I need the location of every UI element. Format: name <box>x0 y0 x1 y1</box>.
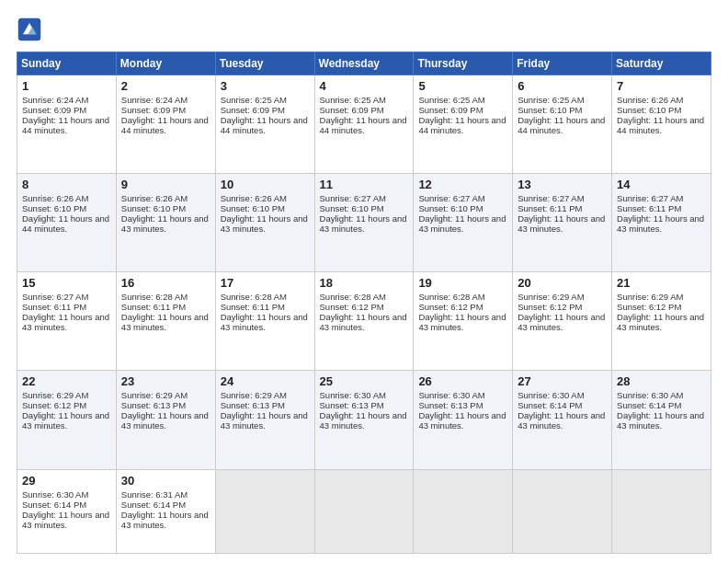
daylight-text: Daylight: 11 hours and 43 minutes. <box>418 410 507 431</box>
sunset-text: Sunset: 6:09 PM <box>320 105 409 115</box>
calendar-cell: 7Sunrise: 6:26 AMSunset: 6:10 PMDaylight… <box>612 75 711 174</box>
sunrise-text: Sunrise: 6:28 AM <box>320 292 409 302</box>
calendar-cell: 13Sunrise: 6:27 AMSunset: 6:11 PMDayligh… <box>513 174 612 272</box>
sunset-text: Sunset: 6:10 PM <box>320 203 409 213</box>
day-number: 21 <box>617 276 706 290</box>
daylight-text: Daylight: 11 hours and 43 minutes. <box>221 213 310 234</box>
daylight-text: Daylight: 11 hours and 43 minutes. <box>221 312 310 332</box>
day-number: 24 <box>221 374 310 388</box>
calendar-cell: 26Sunrise: 6:30 AMSunset: 6:13 PMDayligh… <box>414 371 513 469</box>
day-number: 29 <box>22 474 111 488</box>
sunrise-text: Sunrise: 6:25 AM <box>320 95 409 105</box>
sunset-text: Sunset: 6:12 PM <box>617 302 706 312</box>
calendar-cell: 24Sunrise: 6:29 AMSunset: 6:13 PMDayligh… <box>215 371 314 469</box>
day-number: 19 <box>418 276 507 290</box>
daylight-text: Daylight: 11 hours and 43 minutes. <box>320 410 409 431</box>
day-number: 28 <box>617 374 706 388</box>
day-number: 1 <box>22 79 111 93</box>
calendar-cell: 17Sunrise: 6:28 AMSunset: 6:11 PMDayligh… <box>215 272 314 371</box>
daylight-text: Daylight: 11 hours and 43 minutes. <box>22 312 111 332</box>
calendar-cell <box>215 469 314 554</box>
daylight-text: Daylight: 11 hours and 44 minutes. <box>22 213 111 234</box>
sunrise-text: Sunrise: 6:25 AM <box>221 95 310 105</box>
sunset-text: Sunset: 6:09 PM <box>121 105 210 115</box>
sunset-text: Sunset: 6:09 PM <box>418 105 507 115</box>
sunset-text: Sunset: 6:14 PM <box>518 400 607 410</box>
week-row-3: 15Sunrise: 6:27 AMSunset: 6:11 PMDayligh… <box>17 272 711 371</box>
sunrise-text: Sunrise: 6:28 AM <box>418 292 507 302</box>
sunset-text: Sunset: 6:10 PM <box>121 203 210 213</box>
sunrise-text: Sunrise: 6:29 AM <box>22 390 111 400</box>
sunrise-text: Sunrise: 6:24 AM <box>22 95 111 105</box>
logo-icon <box>17 17 42 42</box>
calendar-cell: 15Sunrise: 6:27 AMSunset: 6:11 PMDayligh… <box>17 272 117 371</box>
day-number: 17 <box>221 276 310 290</box>
calendar-cell: 3Sunrise: 6:25 AMSunset: 6:09 PMDaylight… <box>215 75 314 174</box>
calendar-cell: 11Sunrise: 6:27 AMSunset: 6:10 PMDayligh… <box>314 174 414 272</box>
day-number: 3 <box>221 79 310 93</box>
col-header-thursday: Thursday <box>414 52 513 75</box>
calendar-cell: 25Sunrise: 6:30 AMSunset: 6:13 PMDayligh… <box>314 371 414 469</box>
sunrise-text: Sunrise: 6:26 AM <box>617 95 706 105</box>
day-number: 4 <box>320 79 409 93</box>
col-header-tuesday: Tuesday <box>215 52 314 75</box>
sunset-text: Sunset: 6:11 PM <box>221 302 310 312</box>
day-number: 7 <box>617 79 706 93</box>
calendar-cell: 9Sunrise: 6:26 AMSunset: 6:10 PMDaylight… <box>116 174 215 272</box>
sunrise-text: Sunrise: 6:27 AM <box>418 193 507 203</box>
calendar-cell: 19Sunrise: 6:28 AMSunset: 6:12 PMDayligh… <box>414 272 513 371</box>
day-number: 12 <box>418 178 507 191</box>
calendar-cell: 30Sunrise: 6:31 AMSunset: 6:14 PMDayligh… <box>116 469 215 554</box>
sunset-text: Sunset: 6:11 PM <box>617 203 706 213</box>
calendar-cell: 14Sunrise: 6:27 AMSunset: 6:11 PMDayligh… <box>612 174 711 272</box>
day-number: 15 <box>22 276 111 290</box>
calendar-cell: 21Sunrise: 6:29 AMSunset: 6:12 PMDayligh… <box>612 272 711 371</box>
calendar-cell: 12Sunrise: 6:27 AMSunset: 6:10 PMDayligh… <box>414 174 513 272</box>
day-number: 22 <box>22 374 111 388</box>
sunset-text: Sunset: 6:14 PM <box>121 500 210 510</box>
calendar-cell: 18Sunrise: 6:28 AMSunset: 6:12 PMDayligh… <box>314 272 414 371</box>
sunrise-text: Sunrise: 6:27 AM <box>320 193 409 203</box>
sunset-text: Sunset: 6:10 PM <box>418 203 507 213</box>
calendar-cell: 28Sunrise: 6:30 AMSunset: 6:14 PMDayligh… <box>612 371 711 469</box>
daylight-text: Daylight: 11 hours and 43 minutes. <box>221 410 310 431</box>
sunrise-text: Sunrise: 6:31 AM <box>121 489 210 500</box>
day-number: 10 <box>221 178 310 191</box>
day-number: 26 <box>418 374 507 388</box>
sunset-text: Sunset: 6:10 PM <box>617 105 706 115</box>
logo <box>17 17 46 42</box>
daylight-text: Daylight: 11 hours and 44 minutes. <box>221 115 310 135</box>
sunset-text: Sunset: 6:10 PM <box>221 203 310 213</box>
sunset-text: Sunset: 6:09 PM <box>221 105 310 115</box>
sunrise-text: Sunrise: 6:29 AM <box>518 292 607 302</box>
calendar-table: SundayMondayTuesdayWednesdayThursdayFrid… <box>17 52 711 554</box>
week-row-4: 22Sunrise: 6:29 AMSunset: 6:12 PMDayligh… <box>17 371 711 469</box>
daylight-text: Daylight: 11 hours and 43 minutes. <box>121 213 210 234</box>
daylight-text: Daylight: 11 hours and 44 minutes. <box>617 115 706 135</box>
sunrise-text: Sunrise: 6:30 AM <box>22 489 111 500</box>
daylight-text: Daylight: 11 hours and 43 minutes. <box>121 510 210 530</box>
day-number: 18 <box>320 276 409 290</box>
day-number: 16 <box>121 276 210 290</box>
day-number: 2 <box>121 79 210 93</box>
calendar-header-row: SundayMondayTuesdayWednesdayThursdayFrid… <box>17 52 711 75</box>
day-number: 27 <box>518 374 607 388</box>
daylight-text: Daylight: 11 hours and 43 minutes. <box>121 410 210 431</box>
daylight-text: Daylight: 11 hours and 44 minutes. <box>320 115 409 135</box>
sunset-text: Sunset: 6:12 PM <box>518 302 607 312</box>
sunset-text: Sunset: 6:12 PM <box>320 302 409 312</box>
col-header-saturday: Saturday <box>612 52 711 75</box>
day-number: 13 <box>518 178 607 191</box>
sunset-text: Sunset: 6:13 PM <box>121 400 210 410</box>
calendar-cell <box>612 469 711 554</box>
sunrise-text: Sunrise: 6:27 AM <box>617 193 706 203</box>
daylight-text: Daylight: 11 hours and 43 minutes. <box>617 312 706 332</box>
day-number: 6 <box>518 79 607 93</box>
sunrise-text: Sunrise: 6:24 AM <box>121 95 210 105</box>
sunset-text: Sunset: 6:13 PM <box>221 400 310 410</box>
daylight-text: Daylight: 11 hours and 44 minutes. <box>418 115 507 135</box>
day-number: 14 <box>617 178 706 191</box>
daylight-text: Daylight: 11 hours and 43 minutes. <box>518 410 607 431</box>
calendar-cell: 1Sunrise: 6:24 AMSunset: 6:09 PMDaylight… <box>17 75 117 174</box>
daylight-text: Daylight: 11 hours and 44 minutes. <box>121 115 210 135</box>
